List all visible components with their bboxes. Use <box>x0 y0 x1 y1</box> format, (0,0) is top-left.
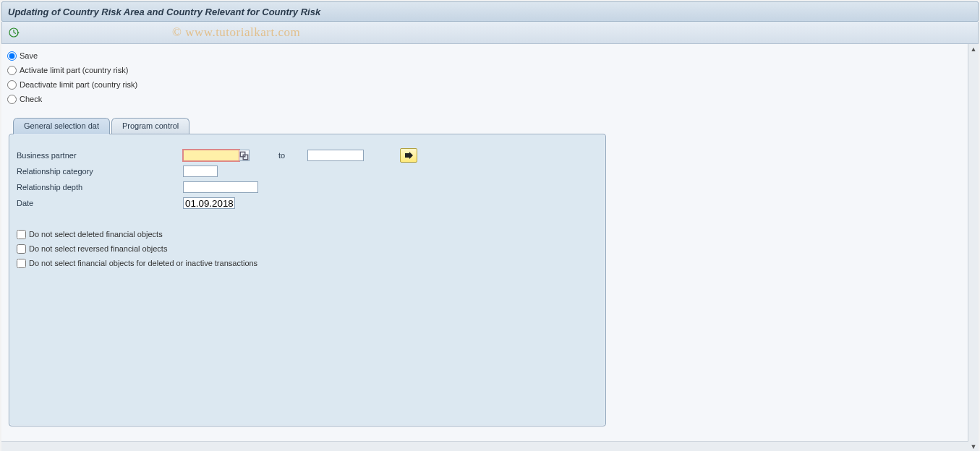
svg-marker-6 <box>405 152 413 159</box>
body-area: Save Activate limit part (country risk) … <box>1 44 968 442</box>
bp-from-search-help[interactable] <box>239 150 250 161</box>
date-input[interactable] <box>183 197 235 209</box>
radio-deactivate[interactable] <box>7 80 17 90</box>
tabs-container: General selection dat Program control Bu… <box>9 118 606 426</box>
arrow-right-icon <box>404 152 414 159</box>
chk-no-deleted[interactable] <box>17 230 26 239</box>
radio-activate[interactable] <box>7 66 17 75</box>
tab-general-label: General selection dat <box>24 121 99 130</box>
radio-activate-label: Activate limit part (country risk) <box>20 66 128 74</box>
content-area: Save Activate limit part (country risk) … <box>1 44 979 451</box>
tab-strip: General selection dat Program control <box>13 118 606 134</box>
radio-deactivate-label: Deactivate limit part (country risk) <box>20 80 137 89</box>
search-help-icon <box>239 151 249 160</box>
chk-no-reversed-label: Do not select reversed financial objects <box>29 244 167 253</box>
action-radio-group: Save Activate limit part (country risk) … <box>1 44 968 113</box>
title-bar: Updating of Country Risk Area and Countr… <box>1 1 979 22</box>
chk-no-reversed[interactable] <box>17 244 26 254</box>
scroll-down-icon[interactable]: ▼ <box>968 442 979 451</box>
reldepth-input[interactable] <box>183 181 258 193</box>
tab-program-control[interactable]: Program control <box>111 118 189 134</box>
bp-from-input[interactable] <box>183 150 239 161</box>
bp-label: Business partner <box>17 151 183 160</box>
bp-to-label: to <box>278 151 307 160</box>
scroll-up-icon[interactable]: ▲ <box>968 44 979 54</box>
bp-to-input[interactable] <box>307 150 364 161</box>
radio-save-label: Save <box>20 51 38 60</box>
tab-general-selection[interactable]: General selection dat <box>13 118 110 134</box>
execute-icon <box>8 27 20 38</box>
radio-check[interactable] <box>7 95 17 104</box>
page-title: Updating of Country Risk Area and Countr… <box>8 7 320 17</box>
horizontal-scrollbar[interactable] <box>1 441 968 451</box>
execute-button[interactable] <box>7 25 21 40</box>
date-label: Date <box>17 199 183 207</box>
vertical-scrollbar[interactable]: ▲ ▼ <box>968 44 979 451</box>
chk-no-inactive-label: Do not select financial objects for dele… <box>29 259 257 267</box>
reldepth-label: Relationship depth <box>17 183 183 192</box>
toolbar: © www.tutorialkart.com <box>1 22 979 44</box>
tab-program-label: Program control <box>122 121 179 130</box>
relcat-input[interactable] <box>183 166 218 177</box>
bp-multiple-selection[interactable] <box>400 148 417 163</box>
radio-check-label: Check <box>20 95 42 103</box>
relcat-label: Relationship category <box>17 167 183 176</box>
chk-no-deleted-label: Do not select deleted financial objects <box>29 230 163 239</box>
svg-line-2 <box>14 33 16 34</box>
chk-no-inactive[interactable] <box>17 259 26 268</box>
tab-panel-general: Business partner to <box>9 134 606 426</box>
watermark: © www.tutorialkart.com <box>172 25 300 40</box>
radio-save[interactable] <box>7 51 17 61</box>
